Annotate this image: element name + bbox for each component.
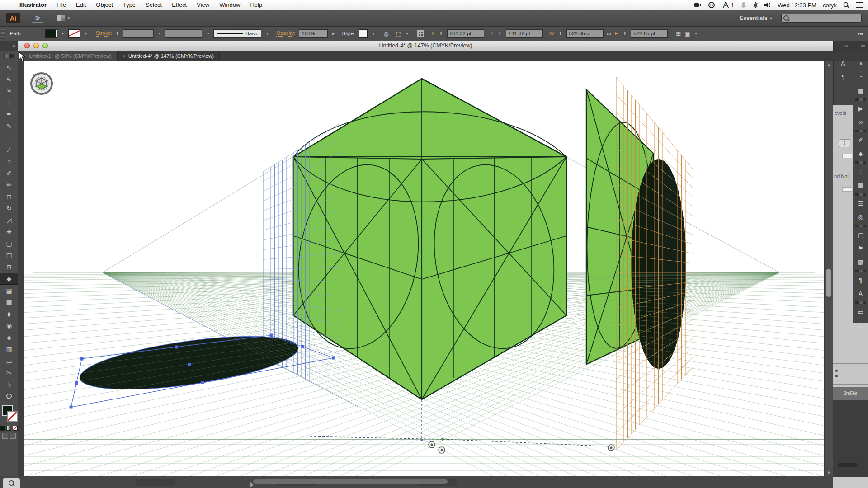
- spotlight-icon[interactable]: [843, 2, 850, 9]
- pencil-tool[interactable]: ✏: [0, 179, 18, 191]
- stroke-panel-link[interactable]: Stroke:: [96, 30, 112, 37]
- select-similar-icon[interactable]: ⬚: [396, 30, 401, 37]
- graphic-style-swatch[interactable]: [359, 29, 368, 38]
- color-mode-button[interactable]: [0, 426, 5, 431]
- appearance-panel-icon[interactable]: ▢: [853, 228, 868, 242]
- document-tab-active[interactable]: ×Untitled-4* @ 147% (CMYK/Preview): [118, 51, 220, 61]
- magic-wand-tool[interactable]: ✶: [0, 85, 18, 97]
- draw-normal-button[interactable]: [2, 433, 8, 439]
- chevron-down-icon[interactable]: ▼: [406, 32, 409, 36]
- menu-edit[interactable]: Edit: [71, 1, 91, 8]
- variable-width-profile-combo[interactable]: [165, 29, 202, 38]
- line-segment-tool[interactable]: ∕: [0, 144, 18, 155]
- paintbrush-tool[interactable]: ✐: [0, 167, 18, 179]
- stroke-weight-stepper[interactable]: ▲▼: [116, 31, 118, 36]
- paragraph-styles-panel-icon[interactable]: ¶: [834, 70, 853, 84]
- type-tool[interactable]: T: [0, 132, 18, 144]
- h-field[interactable]: 522.65 pt: [631, 29, 668, 38]
- selection-handle[interactable]: [270, 334, 273, 337]
- window-minimize-button[interactable]: [33, 43, 39, 48]
- search-input[interactable]: [781, 14, 862, 23]
- notifications-bell-icon[interactable]: [741, 2, 747, 8]
- fill-color-swatch[interactable]: [45, 29, 57, 38]
- menu-object[interactable]: Object: [91, 1, 118, 8]
- perspective-grid-widget[interactable]: [439, 447, 445, 453]
- dock-app-icon[interactable]: [3, 478, 20, 488]
- vertical-scrollbar[interactable]: ▲ ▼: [824, 61, 833, 476]
- direct-selection-tool[interactable]: ⇖: [0, 73, 18, 85]
- adobe-app-icon[interactable]: 1: [722, 2, 734, 9]
- artboards-panel-icon[interactable]: ▭: [853, 305, 868, 319]
- none-mode-button[interactable]: [13, 426, 18, 431]
- selection-handle[interactable]: [80, 357, 84, 361]
- gradient-mode-button[interactable]: [6, 426, 11, 431]
- perspective-grid-tool[interactable]: ⊞: [0, 261, 18, 273]
- document-canvas[interactable]: ✕: [24, 61, 824, 476]
- selection-tool[interactable]: ↖: [0, 61, 18, 73]
- graphic-styles-panel-icon[interactable]: ⚑: [853, 242, 868, 255]
- dock-collapse-button[interactable]: ««: [851, 41, 868, 51]
- x-field[interactable]: 831.32 pt: [447, 29, 484, 38]
- draw-behind-button[interactable]: [10, 433, 16, 439]
- chevron-down-icon[interactable]: ▼: [206, 32, 210, 36]
- transform-panel-icon[interactable]: ⊞: [676, 30, 681, 37]
- selection-handle[interactable]: [332, 357, 335, 360]
- brushes-panel-icon[interactable]: ✐: [853, 133, 868, 147]
- menu-file[interactable]: File: [52, 1, 71, 8]
- stroke-panel-icon[interactable]: ◌: [853, 165, 868, 178]
- menu-effect[interactable]: Effect: [167, 1, 192, 8]
- bridge-button[interactable]: Br: [32, 14, 43, 23]
- y-stepper[interactable]: ▲▼: [499, 31, 501, 36]
- actions-panel-icon[interactable]: ▶: [853, 102, 868, 115]
- horizontal-scroll-thumb[interactable]: [253, 479, 448, 484]
- selection-handle[interactable]: [175, 346, 178, 349]
- vertical-scroll-thumb[interactable]: [826, 269, 831, 297]
- stroke-weight-panel-icon[interactable]: ☰: [853, 197, 868, 210]
- fill-stroke-swatches[interactable]: [0, 404, 18, 425]
- selection-handle[interactable]: [188, 363, 191, 366]
- curvature-pen-tool[interactable]: ✎: [0, 120, 18, 132]
- document-tab[interactable]: ×Untitled-1* @ 50% (CMYK/Preview): [18, 51, 118, 61]
- perspective-grid-widget[interactable]: [608, 445, 614, 451]
- opacity-field[interactable]: 100%: [299, 29, 328, 38]
- menu-select[interactable]: Select: [141, 1, 167, 8]
- video-camera-icon[interactable]: [694, 2, 702, 8]
- brush-definition-combo[interactable]: Basic: [213, 29, 261, 38]
- chevron-down-icon[interactable]: ▼: [158, 32, 161, 36]
- slice-tool[interactable]: ✂: [0, 367, 18, 379]
- tab-close-icon[interactable]: ×: [123, 54, 126, 59]
- dark-ellipse-selected[interactable]: [77, 326, 302, 400]
- workspace-switcher[interactable]: Essentials ▼: [740, 15, 773, 21]
- volume-icon[interactable]: [764, 2, 771, 8]
- transform-reference-icon[interactable]: [417, 30, 424, 37]
- toolbar-grip[interactable]: [0, 51, 18, 61]
- chevron-down-icon[interactable]: ▼: [265, 32, 269, 36]
- bluetooth-icon[interactable]: [753, 2, 758, 8]
- y-field[interactable]: 141.32 pt: [506, 29, 543, 38]
- stroke-color-swatch[interactable]: [68, 29, 80, 38]
- blend-tool[interactable]: ◉: [0, 320, 18, 332]
- shape-builder-tool[interactable]: ◫: [0, 249, 18, 261]
- gradient-tool[interactable]: ▤: [0, 296, 18, 308]
- menu-type[interactable]: Type: [118, 1, 141, 8]
- chevron-down-icon[interactable]: ▼: [372, 32, 375, 36]
- panel-grip[interactable]: [1, 28, 5, 39]
- paragraph-panel-icon[interactable]: ¶: [853, 273, 868, 287]
- gradient-panel-icon[interactable]: ▤: [853, 178, 868, 192]
- toolbar-collapse-button[interactable]: »: [0, 41, 18, 51]
- transparency-panel-icon[interactable]: ◎: [853, 210, 868, 224]
- menu-view[interactable]: View: [192, 1, 214, 8]
- stroke-weight-combo[interactable]: [123, 29, 154, 38]
- control-panel-menu-icon[interactable]: ▾≡: [857, 30, 863, 37]
- x-stepper[interactable]: ▲▼: [440, 31, 443, 36]
- chevron-down-icon[interactable]: ▼: [694, 32, 698, 36]
- eyedropper-tool[interactable]: ⧫: [0, 308, 18, 320]
- panel-stepper-fragment[interactable]: ▲▼: [839, 139, 850, 147]
- opacity-panel-link[interactable]: Opacity:: [276, 30, 295, 37]
- scroll-up-icon[interactable]: ▲: [825, 62, 833, 67]
- stroke-swatch[interactable]: [7, 411, 18, 422]
- artboard-tool[interactable]: ▭: [0, 355, 18, 367]
- selection-handle[interactable]: [75, 381, 78, 385]
- window-title-bar[interactable]: Untitled-4* @ 147% (CMYK/Preview): [18, 41, 833, 51]
- horizontal-scrollbar[interactable]: [0, 476, 833, 488]
